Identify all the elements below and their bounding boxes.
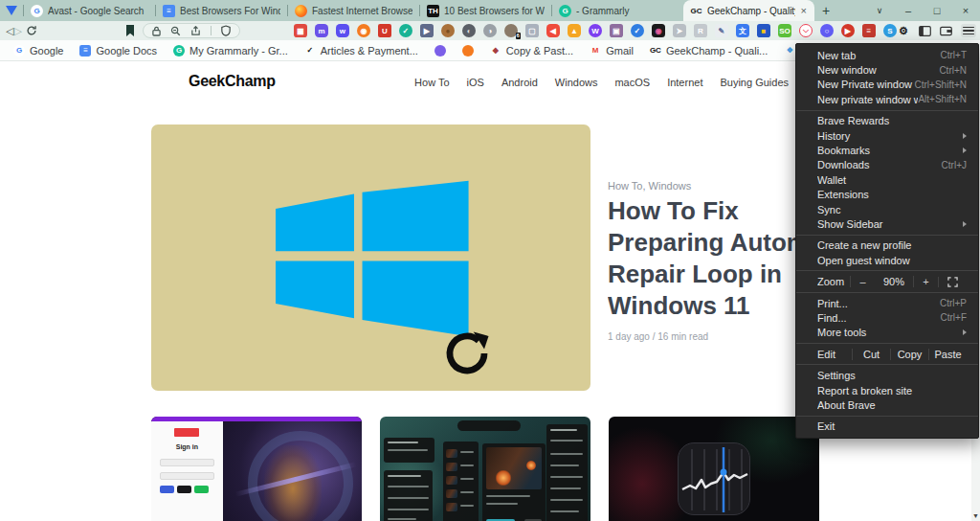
menu-item-bookmarks[interactable]: Bookmarks xyxy=(796,143,978,157)
menu-item-new-window[interactable]: New windowCtrl+N xyxy=(796,62,978,77)
article-category[interactable]: How To, Windows xyxy=(608,180,691,192)
menu-item-new-private-window[interactable]: New Private windowCtrl+Shift+N xyxy=(796,78,978,92)
site-logo[interactable]: GeekChamp xyxy=(189,73,276,90)
minimize-button[interactable]: – xyxy=(894,0,923,21)
menu-item-copy[interactable]: Copy xyxy=(890,349,928,360)
monica-extension-icon[interactable]: m xyxy=(315,24,328,37)
brave-shields-icon[interactable] xyxy=(221,25,231,36)
reader-extension-icon[interactable]: R xyxy=(694,24,707,37)
nav-link-android[interactable]: Android xyxy=(501,77,538,88)
tab-10-best-browsers-for-windows-1[interactable]: TH10 Best Browsers for Windows 1 xyxy=(420,0,551,21)
thumbnail-stocks-app[interactable] xyxy=(609,417,819,521)
thumbnail-riot-signin[interactable]: Sign in xyxy=(151,417,362,521)
menu-item-cut[interactable]: Cut xyxy=(852,349,890,360)
skype-extension-icon[interactable]: S xyxy=(883,24,897,37)
bot-extension-icon[interactable]: ◉ xyxy=(357,24,370,37)
bookmark-copy-past[interactable]: ◆Copy & Past... xyxy=(490,45,573,57)
bookmark-geekchamp-quali[interactable]: GCGeekChamp - Quali... xyxy=(650,45,768,57)
highlighter-extension-icon[interactable]: ✎ xyxy=(715,24,728,37)
instagram-extension-icon[interactable]: ◉ xyxy=(652,24,665,37)
forward-button[interactable]: ▷ xyxy=(13,25,21,37)
menu-item-find[interactable]: Find...Ctrl+F xyxy=(796,310,978,325)
bookmark-google[interactable]: GGoogle xyxy=(13,45,63,57)
menu-item-exit[interactable]: Exit xyxy=(796,419,978,434)
tab-geekchamp-quality-how[interactable]: GCGeekChamp - Quality How× xyxy=(683,0,814,21)
menu-item-downloads[interactable]: DownloadsCtrl+J xyxy=(796,158,978,172)
bookmark-my-grammarly-gr[interactable]: GMy Grammarly - Gr... xyxy=(173,45,288,57)
nav-link-how-to[interactable]: How To xyxy=(414,77,449,88)
menu-item-settings[interactable]: Settings xyxy=(796,368,978,382)
adblock-extension-icon[interactable]: ▦ xyxy=(294,24,307,37)
menu-item-wallet[interactable]: Wallet xyxy=(796,172,978,187)
share-icon[interactable] xyxy=(190,26,201,36)
scrollbar-down-arrow[interactable]: ▼ xyxy=(971,512,980,519)
menu-item-about-brave[interactable]: About Brave xyxy=(796,397,978,412)
nav-link-macos[interactable]: macOS xyxy=(614,77,650,88)
maximize-button[interactable]: □ xyxy=(923,0,951,21)
stackoverflow-extension-icon[interactable]: SO xyxy=(778,24,791,37)
menu-item-paste[interactable]: Paste xyxy=(928,349,967,360)
fullscreen-button[interactable] xyxy=(938,277,967,287)
thumbnail-xbox-game-bar[interactable] xyxy=(380,417,590,521)
translate-extension-icon[interactable]: 文 xyxy=(736,24,749,37)
verified-extension-icon[interactable]: ✓ xyxy=(631,24,644,37)
menu-item-new-private-window-with-tor[interactable]: New private window with TorAlt+Shift+N xyxy=(796,92,978,106)
zoom-out-button[interactable]: – xyxy=(850,276,875,287)
image-extension-icon[interactable]: ▢ xyxy=(525,24,539,37)
bookmark-google-docs[interactable]: ≡Google Docs xyxy=(79,45,157,57)
back-button[interactable]: ◁ xyxy=(6,25,13,37)
bookmark-articles-payment[interactable]: ✓Articles & Payment... xyxy=(304,45,418,57)
menu-item-history[interactable]: History xyxy=(796,128,978,143)
tab-avast-google-search[interactable]: GAvast - Google Search xyxy=(24,0,155,21)
menu-item-create-a-new-profile[interactable]: Create a new profile xyxy=(796,238,978,253)
megaphone-extension-icon[interactable]: ◀ xyxy=(546,24,560,37)
tab-fastest-internet-browser-best[interactable]: Fastest Internet Browser & Best xyxy=(288,0,419,21)
pocket-extension-icon[interactable]: ⌵ xyxy=(799,24,813,37)
nav-link-ios[interactable]: iOS xyxy=(467,77,484,88)
menu-item-report-a-broken-site[interactable]: Report a broken site xyxy=(796,383,978,397)
menu-item-open-guest-window[interactable]: Open guest window xyxy=(796,253,978,267)
menu-button[interactable] xyxy=(961,24,976,37)
nav-link-buying-guides[interactable]: Buying Guides xyxy=(720,77,789,88)
tab-search-chevron-icon[interactable]: ∨ xyxy=(865,0,894,21)
menu-item-new-tab[interactable]: New tabCtrl+T xyxy=(796,48,978,62)
reload-button[interactable] xyxy=(26,25,37,36)
ublock-extension-icon[interactable]: U xyxy=(378,24,391,37)
check-extension-icon[interactable]: ✓ xyxy=(399,24,412,37)
cookie-extension-icon[interactable]: ● xyxy=(441,24,455,37)
wikibuy-extension-icon[interactable]: W xyxy=(589,24,602,37)
wallet-icon[interactable] xyxy=(940,26,952,36)
menu-item-extensions[interactable]: Extensions xyxy=(796,188,978,202)
sphere-extension-icon[interactable]: ◐ xyxy=(462,24,476,37)
menu-item-sync[interactable]: Sync xyxy=(796,202,978,216)
bookmark-flag-icon[interactable] xyxy=(125,25,135,36)
tab-close-button[interactable]: × xyxy=(800,5,808,16)
tab-best-browsers-for-windows-11[interactable]: ≡Best Browsers For Windows 11 - xyxy=(156,0,287,21)
keeper-extension-icon[interactable]: ■ xyxy=(757,24,770,37)
bell-extension-icon[interactable]: ▲ xyxy=(568,24,581,37)
bookmark-icon-only[interactable] xyxy=(434,45,446,57)
puzzle-extensions-icon[interactable]: ⚙ xyxy=(897,24,910,37)
yinyang-extension-icon[interactable]: ◑ xyxy=(483,24,497,37)
loom-extension-icon[interactable]: ○ xyxy=(820,24,834,37)
nav-link-windows[interactable]: Windows xyxy=(555,77,598,88)
menu-item-show-sidebar[interactable]: Show Sidebar xyxy=(796,216,978,231)
brave-logo-icon[interactable] xyxy=(0,0,23,21)
menu-item-more-tools[interactable]: More tools xyxy=(796,326,978,340)
nav-link-internet[interactable]: Internet xyxy=(667,77,702,88)
bookmark-icon-only[interactable] xyxy=(462,45,474,57)
zoom-in-button[interactable]: + xyxy=(913,276,938,287)
zoom-out-icon[interactable] xyxy=(170,26,181,36)
sidebar-toggle-icon[interactable] xyxy=(919,26,931,36)
tab-grammarly[interactable]: G- Grammarly xyxy=(552,0,683,21)
menu-item-print[interactable]: Print...Ctrl+P xyxy=(796,296,978,310)
play-extension-icon[interactable]: ▶ xyxy=(841,24,855,37)
camera-extension-icon[interactable]: ▣ xyxy=(610,24,623,37)
article-hero-image[interactable] xyxy=(151,125,590,391)
wordtune-extension-icon[interactable]: w xyxy=(336,24,349,37)
gray-arrow-extension-icon[interactable]: ➤ xyxy=(673,24,686,37)
stack-extension-icon[interactable]: ≡ xyxy=(862,24,876,37)
bookmark-gmail[interactable]: MGmail xyxy=(590,45,634,57)
new-tab-button[interactable]: + xyxy=(814,0,837,21)
window-close-button[interactable]: × xyxy=(951,0,980,21)
